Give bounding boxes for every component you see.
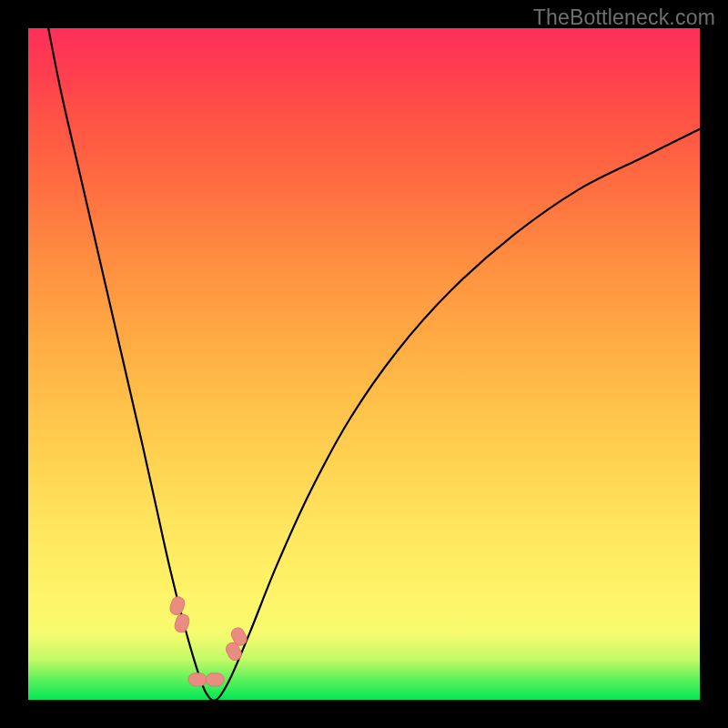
marker-capsule: [188, 673, 207, 686]
watermark-text: TheBottleneck.com: [533, 5, 715, 30]
svg-rect-4: [188, 673, 207, 686]
curve-layer: [28, 28, 700, 700]
bottleneck-curve: [48, 28, 700, 700]
svg-rect-5: [206, 673, 224, 686]
marker-capsule: [173, 612, 190, 633]
plot-area: [28, 28, 700, 700]
marker-capsule: [206, 673, 224, 686]
marker-capsule: [168, 595, 186, 616]
chart-frame: TheBottleneck.com: [0, 0, 728, 728]
markers: [168, 595, 248, 686]
svg-rect-0: [168, 595, 186, 616]
svg-rect-1: [173, 612, 190, 633]
